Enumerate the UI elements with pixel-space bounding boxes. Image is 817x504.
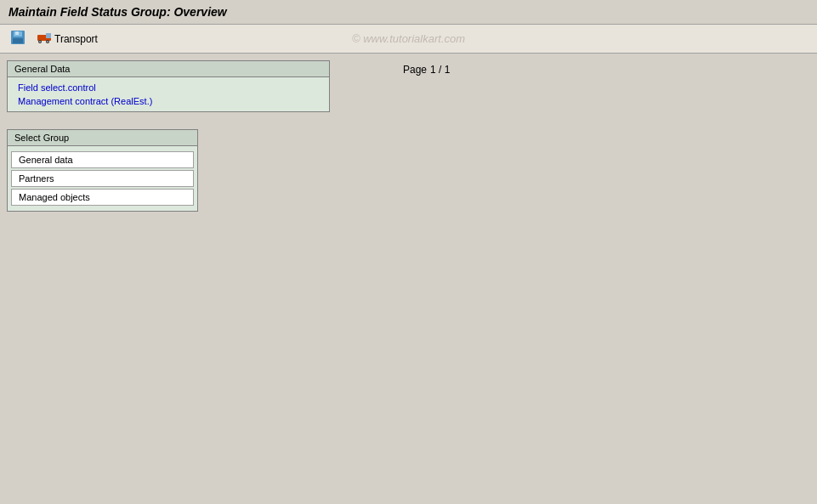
page-label: Page bbox=[403, 64, 427, 76]
select-group-item-0[interactable]: General data bbox=[11, 151, 194, 168]
svg-point-10 bbox=[47, 41, 48, 42]
svg-rect-6 bbox=[46, 33, 51, 38]
general-data-item-0[interactable]: Field select.control bbox=[8, 81, 329, 94]
save-icon bbox=[11, 31, 25, 47]
page-value: 1 / 1 bbox=[430, 64, 450, 76]
select-group-content: General data Partners Managed objects bbox=[8, 146, 197, 211]
select-group-item-2[interactable]: Managed objects bbox=[11, 189, 194, 206]
general-data-item-1[interactable]: Management contract (RealEst.) bbox=[8, 94, 329, 108]
transport-label: Transport bbox=[54, 33, 98, 45]
svg-rect-2 bbox=[15, 31, 19, 35]
watermark: © www.tutorialkart.com bbox=[352, 32, 465, 45]
general-data-section: General Data Field select.control Manage… bbox=[7, 60, 338, 122]
page-title: Maintain Field Status Group: Overview bbox=[9, 5, 808, 19]
toolbar: Transport © www.tutorialkart.com bbox=[0, 25, 817, 54]
top-section: General Data Field select.control Manage… bbox=[0, 54, 817, 129]
general-data-box: General Data Field select.control Manage… bbox=[7, 60, 330, 112]
select-group-item-1[interactable]: Partners bbox=[11, 170, 194, 187]
transport-button[interactable]: Transport bbox=[32, 28, 102, 49]
select-group-header: Select Group bbox=[8, 130, 197, 146]
select-group-box: Select Group General data Partners Manag… bbox=[7, 129, 198, 212]
svg-point-8 bbox=[39, 41, 41, 42]
general-data-content: Field select.control Management contract… bbox=[8, 77, 329, 111]
general-data-header: General Data bbox=[8, 61, 329, 77]
select-group-wrapper: Select Group General data Partners Manag… bbox=[0, 129, 817, 212]
save-button[interactable] bbox=[7, 28, 29, 49]
transport-icon bbox=[37, 31, 52, 47]
svg-rect-3 bbox=[13, 38, 23, 43]
title-bar: Maintain Field Status Group: Overview bbox=[0, 0, 817, 25]
page-section: Page 1 / 1 bbox=[403, 60, 450, 76]
